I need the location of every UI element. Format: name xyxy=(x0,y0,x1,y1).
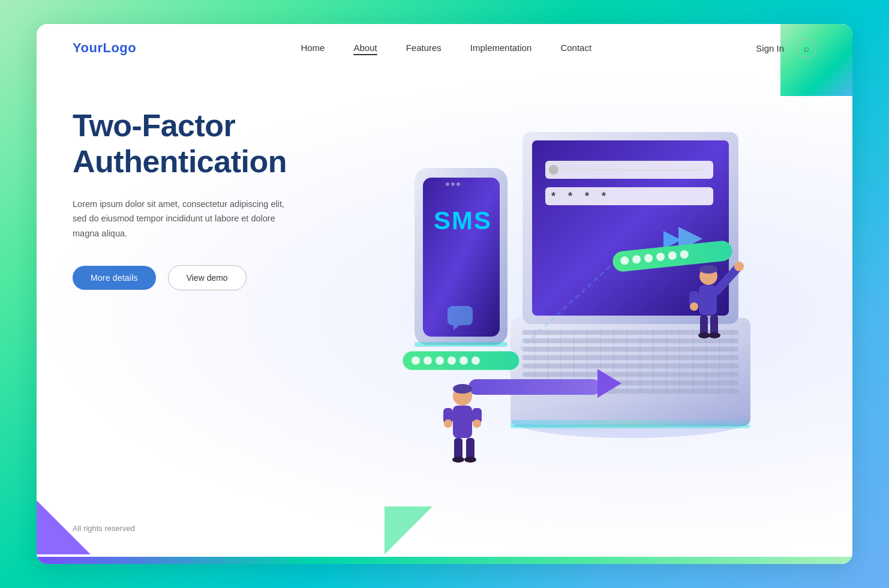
2fa-illustration: * * * * SMS xyxy=(337,72,828,552)
bottom-gradient-bar xyxy=(37,557,852,564)
svg-point-47 xyxy=(412,356,420,365)
view-demo-button[interactable]: View demo xyxy=(168,265,247,290)
svg-point-72 xyxy=(452,457,464,463)
svg-point-40 xyxy=(451,182,455,186)
svg-point-49 xyxy=(436,356,444,365)
logo: YourLogo xyxy=(73,40,136,56)
svg-marker-86 xyxy=(37,500,91,554)
nav-item-contact[interactable]: Contact xyxy=(560,43,591,53)
svg-point-48 xyxy=(424,356,432,365)
more-details-button[interactable]: More details xyxy=(73,266,156,290)
svg-text:SMS: SMS xyxy=(434,206,492,235)
nav-link-about[interactable]: About xyxy=(353,43,377,53)
sign-in-link[interactable]: Sign In xyxy=(756,43,784,53)
right-section: * * * * SMS xyxy=(325,72,852,557)
svg-rect-82 xyxy=(710,315,718,335)
svg-point-29 xyxy=(549,165,558,175)
svg-point-84 xyxy=(708,332,720,338)
button-row: More details View demo xyxy=(73,265,325,290)
navbar: YourLogo Home About Features Implementat… xyxy=(37,24,852,72)
svg-point-73 xyxy=(464,457,476,463)
svg-rect-45 xyxy=(415,342,507,347)
svg-point-50 xyxy=(447,356,456,365)
nav-item-features[interactable]: Features xyxy=(406,43,442,53)
search-button[interactable]: ⌕ xyxy=(796,38,816,58)
svg-point-75 xyxy=(699,265,717,274)
nav-link-features[interactable]: Features xyxy=(406,43,442,53)
svg-rect-70 xyxy=(454,438,462,460)
svg-rect-65 xyxy=(453,406,472,438)
nav-link-contact[interactable]: Contact xyxy=(560,43,591,53)
svg-rect-43 xyxy=(447,306,473,325)
nav-item-implementation[interactable]: Implementation xyxy=(470,43,532,53)
nav-right: Sign In ⌕ xyxy=(756,38,816,58)
svg-marker-87 xyxy=(385,506,433,554)
page-wrapper: YourLogo Home About Features Implementat… xyxy=(37,24,852,564)
hero-title: Two-FactorAuthentication xyxy=(73,108,325,180)
svg-rect-71 xyxy=(466,438,474,460)
left-section: Two-FactorAuthentication Lorem ipsum dol… xyxy=(37,72,325,557)
search-icon: ⌕ xyxy=(804,43,809,53)
hero-description: Lorem ipsum dolor sit amet, consectetur … xyxy=(73,197,289,241)
svg-rect-61 xyxy=(468,379,600,395)
svg-text:* * * *: * * * * xyxy=(551,190,611,202)
bottom-triangle-green xyxy=(385,506,433,557)
svg-point-52 xyxy=(471,356,480,365)
nav-link-home[interactable]: Home xyxy=(301,43,325,53)
nav-links: Home About Features Implementation Conta… xyxy=(301,43,591,53)
main-content: Two-FactorAuthentication Lorem ipsum dol… xyxy=(37,72,852,557)
bottom-triangle-purple xyxy=(37,500,91,557)
svg-point-64 xyxy=(453,384,472,394)
svg-point-51 xyxy=(459,356,468,365)
svg-point-80 xyxy=(690,302,698,311)
nav-item-home[interactable]: Home xyxy=(301,43,325,53)
svg-point-41 xyxy=(456,182,460,186)
svg-point-69 xyxy=(473,419,481,428)
svg-rect-36 xyxy=(510,425,750,428)
svg-point-39 xyxy=(446,182,449,186)
nav-item-about[interactable]: About xyxy=(353,43,377,53)
svg-point-78 xyxy=(734,262,744,271)
svg-rect-81 xyxy=(700,315,708,335)
illustration-svg: * * * * SMS xyxy=(337,72,828,516)
nav-link-implementation[interactable]: Implementation xyxy=(470,43,532,53)
svg-point-68 xyxy=(444,419,452,428)
